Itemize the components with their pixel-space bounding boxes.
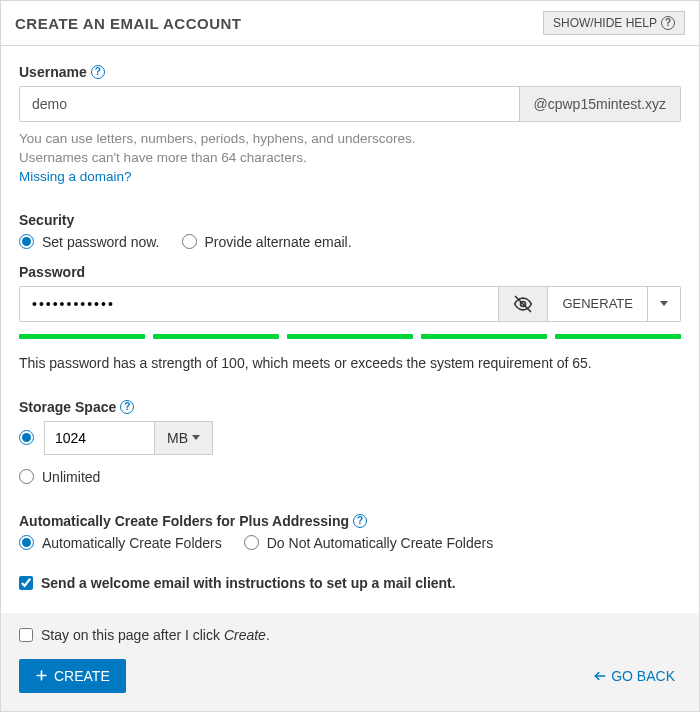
password-strength-text: This password has a strength of 100, whi… — [19, 355, 681, 371]
domain-addon: @cpwp15mintest.xyz — [519, 87, 680, 121]
radio-input-auto-folders[interactable] — [19, 535, 34, 550]
radio-input-no-auto-folders[interactable] — [244, 535, 259, 550]
toggle-password-visibility-button[interactable] — [498, 287, 547, 321]
stay-on-page-checkbox-row[interactable]: Stay on this page after I click Create. — [19, 627, 681, 643]
create-button[interactable]: CREATE — [19, 659, 126, 693]
radio-provide-alt-email[interactable]: Provide alternate email. — [182, 234, 352, 250]
username-input[interactable] — [20, 87, 519, 121]
help-button-label: SHOW/HIDE HELP — [553, 16, 657, 30]
storage-label: Storage Space ? — [19, 399, 681, 415]
radio-storage-unlimited[interactable]: Unlimited — [19, 469, 681, 485]
caret-down-icon — [660, 301, 668, 306]
radio-set-password-now[interactable]: Set password now. — [19, 234, 160, 250]
username-help-1: You can use letters, numbers, periods, h… — [19, 130, 681, 149]
password-input-group: GENERATE — [19, 286, 681, 322]
show-hide-help-button[interactable]: SHOW/HIDE HELP ? — [543, 11, 685, 35]
password-input[interactable] — [20, 287, 498, 321]
generate-dropdown-button[interactable] — [647, 287, 680, 321]
panel-footer: Stay on this page after I click Create. … — [1, 613, 699, 711]
welcome-email-checkbox[interactable] — [19, 576, 33, 590]
welcome-email-checkbox-row[interactable]: Send a welcome email with instructions t… — [19, 575, 681, 591]
generate-password-button[interactable]: GENERATE — [547, 287, 647, 321]
username-help-2: Usernames can't have more than 64 charac… — [19, 149, 681, 168]
username-input-group: @cpwp15mintest.xyz — [19, 86, 681, 122]
panel-title: CREATE AN EMAIL ACCOUNT — [15, 15, 242, 32]
stay-on-page-checkbox[interactable] — [19, 628, 33, 642]
plus-icon — [35, 669, 48, 682]
radio-input-alt-email[interactable] — [182, 234, 197, 249]
help-icon[interactable]: ? — [91, 65, 105, 79]
help-icon[interactable]: ? — [353, 514, 367, 528]
stay-on-page-label: Stay on this page after I click Create. — [41, 627, 270, 643]
plus-addressing-label: Automatically Create Folders for Plus Ad… — [19, 513, 681, 529]
storage-combo: MB — [44, 421, 213, 455]
arrow-left-icon — [593, 669, 607, 683]
radio-input-set-password[interactable] — [19, 234, 34, 249]
panel-header: CREATE AN EMAIL ACCOUNT SHOW/HIDE HELP ? — [1, 1, 699, 46]
radio-auto-create-folders[interactable]: Automatically Create Folders — [19, 535, 222, 551]
go-back-button[interactable]: GO BACK — [587, 667, 681, 685]
radio-storage-limited[interactable] — [19, 430, 34, 445]
radio-no-auto-folders[interactable]: Do Not Automatically Create Folders — [244, 535, 493, 551]
help-icon[interactable]: ? — [120, 400, 134, 414]
question-circle-icon: ? — [661, 16, 675, 30]
missing-domain-link[interactable]: Missing a domain? — [19, 169, 132, 184]
password-strength-meter — [19, 334, 681, 339]
caret-down-icon — [192, 435, 200, 440]
username-label: Username ? — [19, 64, 681, 80]
storage-unit-dropdown[interactable]: MB — [154, 421, 213, 455]
radio-input-unlimited[interactable] — [19, 469, 34, 484]
storage-value-input[interactable] — [44, 421, 154, 455]
security-label: Security — [19, 212, 681, 228]
create-email-panel: CREATE AN EMAIL ACCOUNT SHOW/HIDE HELP ?… — [0, 0, 700, 712]
eye-slash-icon — [513, 294, 533, 314]
password-label: Password — [19, 264, 681, 280]
welcome-email-label: Send a welcome email with instructions t… — [41, 575, 456, 591]
